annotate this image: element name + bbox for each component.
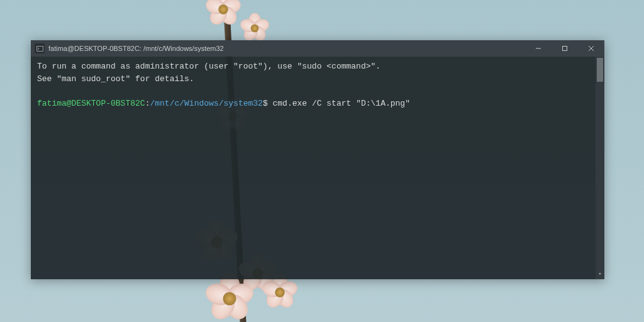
prompt-symbol: $ [263, 99, 268, 108]
sudo-hint-line-2: See "man sudo_root" for details. [37, 73, 598, 86]
scrollbar-track[interactable]: ▴ ▾ [596, 57, 604, 279]
prompt-path: /mnt/c/Windows/system32 [150, 99, 262, 108]
svg-rect-2 [563, 47, 567, 51]
typed-command: cmd.exe /C start "D:\1A.png" [268, 99, 410, 108]
terminal-window: fatima@DESKTOP-0BST82C: /mnt/c/Windows/s… [31, 40, 604, 279]
svg-rect-0 [36, 46, 43, 51]
scroll-down-icon[interactable]: ▾ [596, 270, 604, 279]
minimize-button[interactable] [525, 40, 552, 57]
maximize-button[interactable] [552, 40, 578, 57]
blank-line [37, 85, 598, 97]
prompt-user-host: fatima@DESKTOP-0BST82C [37, 99, 145, 108]
terminal-icon [35, 43, 45, 53]
prompt-line: fatima@DESKTOP-0BST82C:/mnt/c/Windows/sy… [37, 97, 598, 110]
window-titlebar[interactable]: fatima@DESKTOP-0BST82C: /mnt/c/Windows/s… [31, 40, 604, 57]
scrollbar-thumb[interactable] [597, 58, 603, 82]
sudo-hint-line-1: To run a command as administrator (user … [37, 60, 598, 73]
terminal-body[interactable]: To run a command as administrator (user … [31, 57, 604, 279]
window-title: fatima@DESKTOP-0BST82C: /mnt/c/Windows/s… [48, 45, 224, 52]
close-button[interactable] [578, 40, 604, 57]
